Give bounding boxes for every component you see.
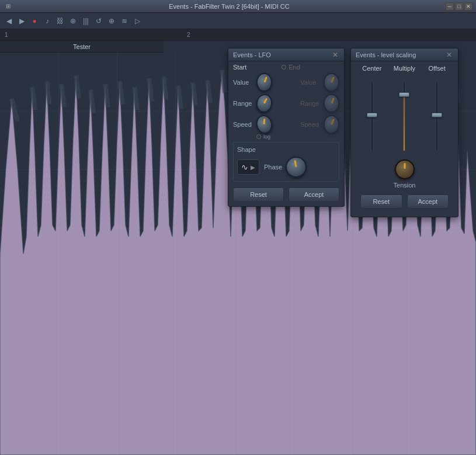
wave-shape-icon: ∿ — [241, 162, 248, 172]
ruler: 1 2 — [0, 29, 476, 41]
end-speed-label: Speed — [300, 121, 319, 128]
range-label: Range — [233, 100, 252, 107]
multiply-slider-container — [398, 81, 410, 157]
end-value-knob[interactable] — [324, 73, 339, 92]
play-icon[interactable]: ▶ — [16, 16, 27, 26]
ruler-marker-2: 2 — [187, 32, 190, 38]
end-tab[interactable]: End — [282, 64, 300, 71]
loop-icon[interactable]: ↺ — [93, 16, 104, 26]
end-speed-knob[interactable] — [324, 115, 339, 134]
shape-selector[interactable]: ∿ ▶ — [237, 159, 259, 175]
shape-row: ∿ ▶ Phase — [237, 157, 335, 178]
grid-line-1 — [58, 53, 59, 455]
lfo-btn-row: Reset Accept — [228, 184, 344, 206]
lfo-reset-button[interactable]: Reset — [233, 187, 284, 202]
start-tab[interactable]: Start — [233, 64, 246, 71]
end-range-knob[interactable] — [324, 94, 339, 113]
magnet-icon[interactable]: ||| — [81, 16, 91, 26]
range-knob[interactable] — [255, 93, 274, 114]
shape-title: Shape — [237, 146, 335, 153]
log-label: log — [263, 134, 270, 140]
back-icon[interactable]: ◀ — [4, 16, 14, 26]
ruler-start: 1 — [5, 32, 8, 38]
track-name: Tester — [73, 43, 91, 50]
end-value-label: Value — [300, 79, 319, 86]
level-title: Events - level scaling — [356, 51, 416, 58]
shape-section: Shape ∿ ▶ Phase — [233, 142, 339, 182]
offset-slider-thumb[interactable] — [432, 113, 442, 117]
lfo-panel-header: Events - LFO ✕ — [228, 48, 344, 61]
title-bar-text: Events - FabFilter Twin 2 [64bit] - MIDI… — [16, 3, 442, 10]
tension-label: Tension — [394, 182, 416, 189]
se-tabs: Start End — [228, 61, 344, 72]
title-bar-controls: ─ □ ✕ — [446, 2, 472, 11]
value-row: Value Value — [228, 72, 344, 93]
title-bar: ⊞ Events - FabFilter Twin 2 [64bit] - MI… — [0, 0, 476, 13]
note-icon[interactable]: ♪ — [42, 16, 53, 26]
log-radio[interactable] — [256, 134, 261, 139]
level-panel: Events - level scaling ✕ Center Multiply… — [350, 48, 458, 217]
lfo-close-button[interactable]: ✕ — [331, 51, 339, 59]
level-accept-button[interactable]: Accept — [407, 194, 449, 209]
level-sliders-area — [356, 75, 453, 157]
level-reset-button[interactable]: Reset — [360, 194, 402, 209]
track-label: Tester — [0, 41, 164, 53]
maximize-button[interactable]: □ — [455, 2, 463, 11]
phase-knob[interactable] — [286, 157, 307, 178]
level-panel-body: Center Multiply Offset — [351, 61, 458, 217]
value-label: Value — [233, 79, 252, 86]
wave-icon[interactable]: ≋ — [119, 16, 130, 26]
multiply-fill — [404, 96, 405, 151]
app-icon: ⊞ — [4, 2, 13, 11]
multiply-header: Multiply — [390, 65, 419, 72]
center-slider-track — [371, 81, 373, 151]
grid-h-3 — [0, 228, 476, 228]
lfo-panel: Events - LFO ✕ Start End Value Value — [228, 48, 345, 207]
speed-row: Speed Speed — [228, 114, 344, 135]
end-range-label: Range — [300, 100, 319, 107]
multiply-slider-track — [403, 81, 405, 151]
value-knob[interactable] — [256, 73, 272, 92]
level-panel-header: Events - level scaling ✕ — [351, 48, 458, 61]
lfo-title: Events - LFO — [233, 51, 271, 58]
end-label: End — [289, 64, 300, 71]
shape-arrow-icon[interactable]: ▶ — [251, 164, 255, 171]
close-button[interactable]: ✕ — [464, 2, 472, 11]
center-slider-container — [366, 81, 378, 157]
forward-icon[interactable]: ▷ — [132, 16, 143, 26]
record-icon[interactable]: ● — [29, 16, 40, 26]
speed-knob[interactable] — [255, 113, 275, 136]
level-col-headers: Center Multiply Offset — [356, 65, 453, 72]
zoom-icon[interactable]: ⊕ — [106, 16, 117, 26]
offset-slider-track — [436, 81, 438, 151]
minimize-button[interactable]: ─ — [446, 2, 454, 11]
center-slider-thumb[interactable] — [367, 113, 377, 117]
piano-roll-bg[interactable]: 1 2 Tester — [0, 29, 476, 455]
offset-header: Offset — [422, 65, 451, 72]
center-header: Center — [357, 65, 387, 72]
title-bar-icons: ⊞ — [4, 2, 13, 11]
lfo-accept-button[interactable]: Accept — [289, 187, 339, 202]
start-label: Start — [233, 64, 246, 71]
offset-slider-container — [431, 81, 443, 157]
level-close-button[interactable]: ✕ — [445, 51, 453, 59]
range-row: Range Range — [228, 93, 344, 114]
phase-label: Phase — [264, 164, 282, 171]
phase-area: Phase — [264, 157, 307, 178]
grid-line-2 — [117, 53, 117, 455]
end-radio — [282, 65, 286, 70]
transport-bar: ◀ ▶ ● ♪ ⛓ ⊕ ||| ↺ ⊕ ≋ ▷ — [0, 13, 476, 29]
main-area: 1 2 Tester — [0, 29, 476, 455]
chain-icon[interactable]: ⛓ — [55, 16, 65, 26]
speed-label: Speed — [233, 121, 252, 128]
add-icon[interactable]: ⊕ — [68, 16, 78, 26]
tension-area: Tension — [356, 159, 453, 189]
multiply-slider-thumb[interactable] — [399, 92, 409, 97]
log-row: log — [228, 134, 344, 140]
tension-knob[interactable] — [395, 159, 415, 179]
level-btn-row: Reset Accept — [356, 191, 453, 213]
grid-line-3 — [175, 53, 176, 455]
